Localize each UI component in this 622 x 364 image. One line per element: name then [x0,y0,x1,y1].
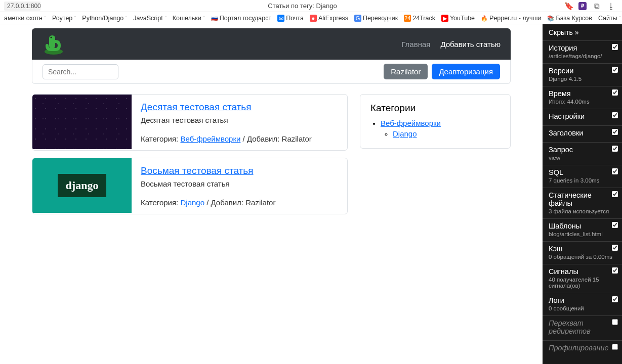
bookmark-label: Кошельки [173,15,201,22]
article-description: Десятая тестовая статья [141,116,312,124]
debug-panel-checkbox[interactable] [612,146,618,152]
article-title[interactable]: Восьмая тестовая статья [141,165,275,176]
added-by-text: / Добавил: Razilator [240,134,311,143]
chevron-down-icon: ˇ [45,16,46,21]
favicon-icon: G [354,15,361,22]
debug-panel-checkbox[interactable] [612,168,618,174]
article-title[interactable]: Десятая тестовая статья [141,102,312,113]
debug-panel-title: Настройки [549,112,616,120]
debug-panel-checkbox[interactable] [612,67,618,73]
debug-panel-checkbox[interactable] [612,245,618,251]
category-link[interactable]: Веб-фреймворки [381,119,441,127]
debug-panel-title: Сигналы [549,267,616,276]
debug-panel-checkbox[interactable] [612,296,618,302]
category-prefix: Категория: [141,134,180,143]
navbar: Главная Добавить статью [32,28,511,60]
logo[interactable] [42,32,65,56]
favicon-icon: 🔥 [481,15,488,22]
debug-panel[interactable]: История /articles/tags/django/ [543,40,622,63]
debug-panel-checkbox[interactable] [612,267,618,274]
bookmark-label: Почта [286,15,304,22]
bookmark-label: База Курсов [556,15,592,22]
bookmark-item[interactable]: Сайтыˇ [596,14,622,23]
article-image[interactable]: django [32,158,132,213]
bookmark-item[interactable]: ▶YouTube [439,14,477,23]
article-description: Восьмая тестовая статья [141,179,275,188]
debug-panel-checkbox[interactable] [612,89,618,96]
sidebar-column: Категории Веб-фреймворкиDjango [360,94,511,221]
debug-panel-checkbox[interactable] [612,129,618,135]
collections-icon[interactable]: ⧉ [593,2,601,10]
debug-panel[interactable]: Заголовки [543,125,622,142]
debug-panel[interactable]: Статические файлы 3 файла используется [543,188,622,218]
bookmark-item[interactable]: 🇷🇺Портал государст [209,14,273,23]
bookmark-label: Pepper.ru - лучши [489,15,541,22]
debug-panel-checkbox[interactable] [612,319,618,325]
debug-panel-checkbox[interactable] [612,112,618,118]
logout-button[interactable]: Деавторизация [432,64,500,79]
articles-column: Десятая тестовая статья Десятая тестовая… [32,94,348,221]
bookmark-icon[interactable]: 🔖 [564,2,572,10]
article-meta: Категория: Веб-фреймворки / Добавил: Raz… [141,134,312,143]
download-icon[interactable]: ⭳ [607,2,615,10]
bookmark-label: Роутер [52,15,72,22]
nav-home[interactable]: Главная [401,40,430,49]
favicon-icon: 24 [404,15,411,22]
debug-panel[interactable]: Версии Django 4.1.5 [543,63,622,86]
bookmark-item[interactable]: 🔥Pepper.ru - лучши [479,14,543,23]
debug-panel-checkbox[interactable] [612,344,618,350]
debug-panel-title: Время [549,89,616,98]
chevron-down-icon: ˇ [126,16,127,21]
user-button[interactable]: Razilator [384,64,428,79]
debug-panel-title: Версии [549,67,616,75]
bookmark-item[interactable]: 2424Track [402,14,437,23]
debug-hide-button[interactable]: Скрыть » [543,24,622,40]
bookmark-item[interactable]: Python/Djangoˇ [80,14,129,23]
chevron-down-icon: ˇ [74,16,76,21]
bookmark-item[interactable]: ✉Почта [275,14,306,23]
extension-icon[interactable]: ₽ [578,2,587,10]
debug-panel[interactable]: Логи 0 сообщений [543,293,622,315]
debug-panel[interactable]: Запрос view [543,142,622,165]
debug-panel-title: Статические файлы [549,191,616,207]
article-card: Десятая тестовая статья Десятая тестовая… [32,94,348,151]
bookmark-item[interactable]: аметки охотнˇ [2,14,48,23]
debug-panel-checkbox[interactable] [612,191,618,197]
debug-panel[interactable]: SQL 7 queries in 3.00ms [543,165,622,188]
nav-add-article[interactable]: Добавить статью [440,40,501,49]
debug-panel-title: Логи [549,296,616,304]
categories-title: Категории [370,103,500,114]
bookmark-label: Переводчик [363,15,398,22]
debug-panel[interactable]: Профилирование [543,340,622,357]
debug-panel-checkbox[interactable] [612,222,618,228]
debug-panel-subtitle: blog/articles_list.html [549,231,616,237]
debug-panel[interactable]: Сигналы 40 получателей 15 сигнала(ов) [543,264,622,293]
debug-panel-title: Профилирование [549,344,616,352]
debug-panel-subtitle: Итого: 44.00ms [549,99,616,105]
favicon-icon: ● [310,15,317,22]
debug-panel[interactable]: Кэш 0 обращений за 0.00ms [543,241,622,264]
category-link[interactable]: Веб-фреймворки [180,134,240,143]
search-input[interactable] [43,64,118,79]
bookmark-item[interactable]: Кошелькиˇ [171,14,207,23]
bookmark-item[interactable]: 📚База Курсов [545,14,594,23]
bookmark-item[interactable]: JavaScriptˇ [131,14,168,23]
debug-panel[interactable]: Время Итого: 44.00ms [543,86,622,109]
bookmark-item[interactable]: ●AliExpress [308,14,350,23]
category-link[interactable]: Django [180,198,204,207]
debug-panel-checkbox[interactable] [612,44,618,50]
debug-panel[interactable]: Настройки [543,109,622,125]
bookmark-item[interactable]: Роутерˇ [50,14,78,23]
category-link[interactable]: Django [393,129,417,138]
debug-panel-subtitle: 3 файла используется [549,208,616,214]
bookmark-label: Сайты [598,15,617,22]
page-main: Главная Добавить статью Razilator Деавто… [0,24,543,364]
favicon-icon: ✉ [277,15,284,22]
bookmark-label: YouTube [450,15,475,22]
debug-panel[interactable]: Шаблоны blog/articles_list.html [543,218,622,241]
debug-panel[interactable]: Перехват редиректов [543,315,622,340]
debug-panel-subtitle: 7 queries in 3.00ms [549,177,616,184]
article-image[interactable] [32,95,132,149]
bookmark-item[interactable]: GПереводчик [352,14,400,23]
url-box[interactable]: 27.0.0.1:8000 [4,2,40,11]
